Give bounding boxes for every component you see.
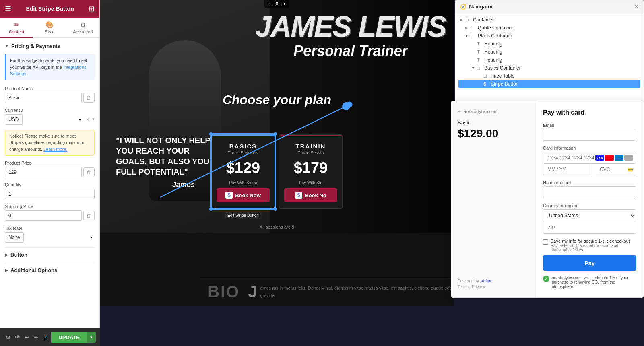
basics-book-btn[interactable]: S Book Now bbox=[217, 188, 270, 202]
canvas-bottom: BIO J ames ras in metus felis. Donec v n… bbox=[200, 278, 454, 306]
eco-badge: ✓ areafortytwo.com will contribute 1% of… bbox=[543, 276, 636, 289]
stripe-btn-icon: S bbox=[483, 82, 489, 86]
quote-container-icon: □ bbox=[471, 25, 476, 30]
tab-content[interactable]: ✏ Content bbox=[0, 18, 33, 38]
product-price-input[interactable] bbox=[5, 167, 82, 177]
name-input[interactable] bbox=[543, 186, 636, 198]
currency-x: × bbox=[85, 117, 91, 122]
product-name-clear[interactable]: 🗑 bbox=[83, 93, 95, 103]
heading2-icon: T bbox=[477, 49, 483, 54]
navigator-panel: 🧭 Navigator ✕ ▶ □ Container ▶ □ Quote Co… bbox=[455, 0, 644, 105]
back-arrow-icon: ← bbox=[458, 109, 462, 114]
additional-arrow: ▶ bbox=[5, 268, 8, 272]
hero-text-area: JAMES LEWIS Personal Trainer bbox=[255, 12, 446, 60]
bio-text: ames ras in metus felis. Donec v nisi, d… bbox=[260, 285, 454, 299]
canvas-move-icon[interactable]: ⊹ bbox=[268, 2, 272, 7]
grid-icon[interactable]: ⊞ bbox=[89, 4, 95, 13]
nav-item-plans-container[interactable]: ▼ □ Plans Container bbox=[458, 32, 640, 40]
tab-advanced-label: Advanced bbox=[73, 29, 93, 34]
pricing-arrow: ▼ bbox=[5, 44, 9, 48]
currency-dropdown-arrow: ▾ bbox=[92, 117, 95, 122]
merchant-url: areafortytwo.com bbox=[464, 109, 497, 114]
basics-price: $129 bbox=[217, 159, 270, 177]
stripe-back-btn[interactable]: ← areafortytwo.com bbox=[458, 109, 529, 114]
canvas-top-bar: ⊹ ⠿ ✕ bbox=[264, 0, 289, 8]
person-silhouette bbox=[149, 40, 221, 201]
button-section-header[interactable]: ▶ Button bbox=[5, 252, 95, 258]
currency-select[interactable]: USD EUR GBP bbox=[5, 114, 23, 125]
undo-icon[interactable]: ↩ bbox=[23, 332, 31, 342]
selection-handle-tr[interactable] bbox=[274, 132, 277, 136]
nav-item-basics-container[interactable]: ▼ □ Basics Container bbox=[458, 64, 640, 72]
save-sub: Pay faster on @areafortytwo.com and thou… bbox=[551, 243, 636, 252]
plans-area: BASICS Three Sessions $129 Pay With Stri… bbox=[211, 134, 343, 209]
panel-title: Edit Stripe Button bbox=[26, 6, 74, 12]
email-input[interactable] bbox=[543, 129, 636, 141]
training-book-btn[interactable]: S Book No bbox=[284, 188, 337, 202]
panel-content: ▼ Pricing & Payments For this widget to … bbox=[0, 38, 99, 330]
tax-rate-select[interactable]: None 5% 10% bbox=[5, 232, 24, 243]
canvas-drag-icon[interactable]: ⠿ bbox=[275, 2, 279, 7]
currency-label: Currency bbox=[5, 108, 95, 113]
nav-item-heading-3[interactable]: ▶ T Heading bbox=[458, 56, 640, 64]
name-label: Name on card bbox=[543, 180, 636, 185]
training-price: $179 bbox=[284, 159, 337, 177]
container-arrow: ▶ bbox=[460, 18, 464, 22]
stripe-brand: stripe bbox=[481, 278, 493, 283]
additional-section-header[interactable]: ▶ Additional Options bbox=[5, 267, 95, 273]
price-table-label: Price Table bbox=[491, 73, 514, 79]
redo-icon[interactable]: ↪ bbox=[32, 332, 40, 342]
menu-icon[interactable]: ☰ bbox=[5, 4, 11, 13]
cvv-icon: 💳 bbox=[627, 167, 633, 172]
learn-more-link[interactable]: Learn more. bbox=[43, 147, 67, 152]
tab-content-label: Content bbox=[9, 29, 25, 34]
currency-row: Currency USD EUR GBP × ▾ bbox=[5, 108, 95, 125]
product-name-row: Product Name 🗑 bbox=[5, 86, 95, 103]
terms-link[interactable]: Terms bbox=[458, 285, 469, 289]
shipping-label: Shipping Price bbox=[5, 204, 95, 209]
basics-stripe-label: Pay With Stripe bbox=[217, 181, 270, 185]
style-icon: 🎨 bbox=[45, 21, 54, 29]
card-brands: VISA bbox=[595, 155, 633, 161]
basics-plan-card[interactable]: BASICS Three Sessions $129 Pay With Stri… bbox=[211, 134, 275, 209]
quote-container-arrow: ▶ bbox=[465, 26, 469, 30]
eye-icon[interactable]: 👁 bbox=[13, 332, 22, 342]
stripe-footer-links: Terms Privacy bbox=[458, 285, 529, 289]
nav-item-price-table[interactable]: ▶ ⊞ Price Table bbox=[458, 72, 640, 80]
nav-item-heading-2[interactable]: ▶ T Heading bbox=[458, 48, 640, 56]
settings-icon[interactable]: ⚙ bbox=[4, 332, 12, 342]
product-name-input[interactable] bbox=[5, 93, 82, 103]
update-dropdown[interactable]: ▾ bbox=[87, 332, 96, 343]
product-price-clear[interactable]: 🗑 bbox=[83, 167, 95, 177]
zip-input[interactable] bbox=[543, 222, 636, 234]
pricing-section-header[interactable]: ▼ Pricing & Payments bbox=[5, 43, 95, 49]
nav-item-container[interactable]: ▶ □ Container bbox=[458, 16, 640, 24]
update-button[interactable]: UPDATE bbox=[51, 332, 87, 343]
selection-handle-bl[interactable] bbox=[209, 208, 213, 211]
privacy-link[interactable]: Privacy bbox=[472, 285, 485, 289]
tab-advanced[interactable]: ⚙ Advanced bbox=[66, 18, 99, 38]
quantity-input[interactable] bbox=[5, 189, 95, 199]
stripe-product-name: Basic bbox=[458, 119, 529, 126]
canvas-close-icon[interactable]: ✕ bbox=[282, 2, 285, 7]
selection-handle-tl[interactable] bbox=[209, 132, 213, 136]
nav-item-stripe-button[interactable]: ▶ S Stripe Button bbox=[458, 80, 640, 88]
expiry-input[interactable] bbox=[543, 164, 592, 175]
shipping-clear[interactable]: 🗑 bbox=[83, 211, 95, 220]
nav-item-quote-container[interactable]: ▶ □ Quote Container bbox=[458, 24, 640, 32]
nav-close-btn[interactable]: ✕ bbox=[634, 4, 639, 10]
additional-section: ▶ Additional Options bbox=[5, 263, 95, 273]
selection-handle-br[interactable] bbox=[274, 208, 277, 211]
tab-style[interactable]: 🎨 Style bbox=[33, 18, 66, 38]
shipping-input[interactable] bbox=[5, 210, 82, 221]
nav-item-heading-1[interactable]: ▶ T Heading bbox=[458, 40, 640, 48]
responsive-icon[interactable]: 📱 bbox=[41, 332, 51, 342]
country-select[interactable]: United States United Kingdom Canada bbox=[543, 209, 636, 222]
quantity-label: Quantity bbox=[5, 182, 95, 187]
powered-by-text: Powered by bbox=[458, 279, 479, 283]
notice-box: Notice! Please make sure to meet Stripe'… bbox=[5, 130, 95, 156]
pay-button[interactable]: Pay bbox=[543, 255, 636, 271]
save-checkbox[interactable] bbox=[543, 239, 548, 245]
training-btn-label: Book No bbox=[305, 192, 326, 198]
training-plan-card[interactable]: TRAININ Three Sessio $179 Pay With Stri … bbox=[279, 134, 343, 209]
